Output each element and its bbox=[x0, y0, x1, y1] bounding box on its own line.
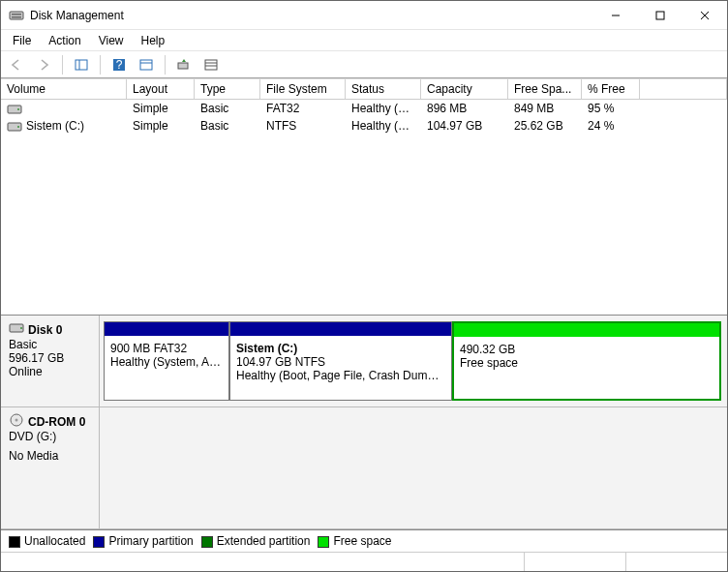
cell-free: 25.62 GB bbox=[508, 116, 582, 135]
partition-status: Healthy (System, Activ bbox=[110, 355, 223, 369]
col-header-capacity[interactable]: Capacity bbox=[421, 79, 508, 99]
disk-icon bbox=[9, 321, 24, 338]
partition-status: Free space bbox=[460, 356, 713, 370]
volume-row[interactable]: Simple Basic FAT32 Healthy (S... 896 MB … bbox=[1, 100, 727, 117]
cell-type: Basic bbox=[195, 116, 260, 135]
svg-rect-0 bbox=[10, 12, 23, 19]
svg-rect-7 bbox=[76, 60, 87, 70]
volume-icon bbox=[7, 104, 22, 115]
legend-extended: Extended partition bbox=[201, 534, 311, 548]
window-title: Disk Management bbox=[30, 9, 593, 22]
menu-action[interactable]: Action bbox=[41, 32, 88, 49]
disk-size: 596.17 GB bbox=[9, 351, 91, 365]
toolbar-separator bbox=[62, 55, 63, 75]
cell-fs: NTFS bbox=[260, 116, 346, 135]
cell-layout: Simple bbox=[127, 116, 195, 135]
col-header-status[interactable]: Status bbox=[346, 79, 421, 99]
maximize-button[interactable] bbox=[638, 1, 682, 29]
swatch-primary bbox=[93, 536, 105, 548]
swatch-freespace bbox=[318, 536, 329, 548]
col-header-freespace[interactable]: Free Spa... bbox=[508, 79, 582, 99]
partition-sistem-c[interactable]: Sistem (C:) 104.97 GB NTFS Healthy (Boot… bbox=[229, 321, 452, 401]
close-button[interactable] bbox=[682, 1, 727, 29]
cdrom-row: CD-ROM 0 DVD (G:) No Media bbox=[1, 407, 727, 529]
title-bar: Disk Management bbox=[1, 1, 727, 30]
svg-rect-4 bbox=[656, 12, 664, 19]
col-header-filesystem[interactable]: File System bbox=[260, 79, 346, 99]
refresh-button[interactable] bbox=[172, 54, 196, 75]
svg-point-18 bbox=[17, 108, 19, 110]
partition-status: Healthy (Boot, Page File, Crash Dump, Pr bbox=[236, 369, 445, 382]
status-bar bbox=[1, 552, 727, 571]
col-header-layout[interactable]: Layout bbox=[127, 79, 195, 99]
col-header-volume[interactable]: Volume bbox=[1, 79, 127, 99]
cell-status: Healthy (B... bbox=[346, 116, 421, 135]
swatch-extended bbox=[201, 536, 213, 548]
svg-point-24 bbox=[15, 419, 18, 422]
partition-name: Sistem (C:) bbox=[236, 342, 297, 355]
svg-rect-13 bbox=[178, 63, 188, 69]
forward-button[interactable] bbox=[32, 54, 55, 75]
cdrom-title: CD-ROM 0 bbox=[28, 415, 85, 429]
legend-primary: Primary partition bbox=[93, 534, 193, 548]
settings-button[interactable] bbox=[135, 54, 158, 75]
toolbar: ? bbox=[1, 51, 727, 78]
partition-size: 900 MB FAT32 bbox=[110, 342, 223, 355]
disk-title: Disk 0 bbox=[28, 323, 62, 337]
disk-partitions: 900 MB FAT32 Healthy (System, Activ Sist… bbox=[100, 316, 727, 406]
cdrom-label[interactable]: CD-ROM 0 DVD (G:) No Media bbox=[1, 407, 100, 528]
toolbar-separator bbox=[165, 55, 166, 75]
toolbar-separator bbox=[100, 55, 101, 75]
app-icon bbox=[9, 8, 24, 23]
partition-stripe-primary bbox=[105, 322, 228, 336]
partition-size: 490.32 GB bbox=[460, 343, 713, 356]
svg-rect-1 bbox=[12, 14, 21, 15]
svg-rect-11 bbox=[140, 60, 152, 70]
swatch-unallocated bbox=[9, 536, 20, 548]
menu-help[interactable]: Help bbox=[134, 32, 173, 49]
volume-list-body[interactable]: Simple Basic FAT32 Healthy (S... 896 MB … bbox=[1, 100, 727, 315]
menu-bar: File Action View Help bbox=[1, 30, 727, 51]
disk-row: Disk 0 Basic 596.17 GB Online 900 MB FAT… bbox=[1, 316, 727, 407]
volume-list-pane: Volume Layout Type File System Status Ca… bbox=[1, 78, 727, 316]
cell-pct: 24 % bbox=[582, 116, 640, 135]
list-view-button[interactable] bbox=[199, 54, 223, 75]
svg-rect-2 bbox=[12, 16, 21, 18]
col-header-type[interactable]: Type bbox=[195, 79, 260, 99]
partition-free-space[interactable]: 490.32 GB Free space bbox=[452, 321, 721, 401]
col-header-spacer bbox=[640, 79, 727, 99]
partition-stripe-free bbox=[454, 323, 719, 337]
minimize-button[interactable] bbox=[593, 1, 638, 29]
disk-state: Online bbox=[9, 365, 91, 378]
volume-row[interactable]: Sistem (C:) Simple Basic NTFS Healthy (B… bbox=[1, 117, 727, 135]
volume-name: Sistem (C:) bbox=[26, 119, 84, 133]
svg-point-22 bbox=[20, 327, 22, 329]
legend-unallocated: Unallocated bbox=[9, 534, 85, 548]
disk-kind: Basic bbox=[9, 338, 91, 351]
status-cell bbox=[524, 553, 625, 571]
volume-icon bbox=[7, 121, 22, 133]
partition-size: 104.97 GB NTFS bbox=[236, 355, 445, 369]
cdrom-kind: DVD (G:) bbox=[9, 430, 91, 443]
col-header-pctfree[interactable]: % Free bbox=[582, 79, 640, 99]
partition-system[interactable]: 900 MB FAT32 Healthy (System, Activ bbox=[104, 321, 229, 401]
cdrom-icon bbox=[9, 413, 24, 430]
cdrom-empty-area bbox=[100, 407, 727, 528]
back-button[interactable] bbox=[5, 54, 28, 75]
menu-view[interactable]: View bbox=[91, 32, 132, 49]
cdrom-state: No Media bbox=[9, 449, 91, 463]
status-cell bbox=[625, 553, 727, 571]
svg-point-20 bbox=[17, 126, 19, 128]
svg-text:?: ? bbox=[116, 58, 123, 72]
disk-management-window: Disk Management File Action View Help ? … bbox=[0, 0, 728, 572]
disk-label[interactable]: Disk 0 Basic 596.17 GB Online bbox=[1, 316, 100, 406]
legend: Unallocated Primary partition Extended p… bbox=[1, 530, 727, 552]
svg-rect-14 bbox=[205, 60, 217, 70]
show-hide-console-tree-button[interactable] bbox=[70, 54, 93, 75]
menu-file[interactable]: File bbox=[5, 32, 39, 49]
partition-stripe-primary bbox=[230, 322, 451, 336]
cell-capacity: 104.97 GB bbox=[421, 116, 508, 135]
legend-freespace: Free space bbox=[318, 534, 391, 548]
graphical-view-pane: Disk 0 Basic 596.17 GB Online 900 MB FAT… bbox=[1, 316, 727, 530]
help-button[interactable]: ? bbox=[107, 54, 131, 75]
